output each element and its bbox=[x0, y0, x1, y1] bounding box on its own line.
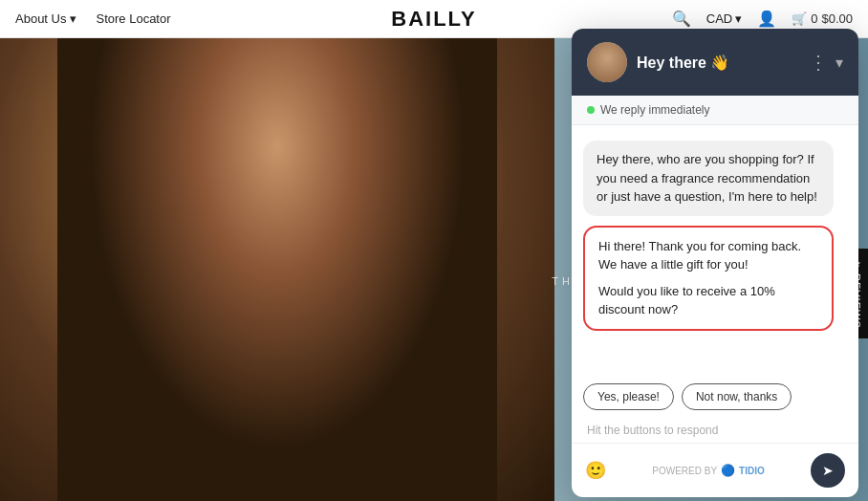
message-text-2: Hi there! Thank you for coming back. We … bbox=[598, 237, 818, 274]
chat-hit-text: Hit the buttons to respond bbox=[572, 418, 858, 443]
status-text: We reply immediately bbox=[600, 103, 709, 117]
yes-please-button[interactable]: Yes, please! bbox=[583, 383, 674, 410]
message-bubble-1: Hey there, who are you shopping for? If … bbox=[583, 141, 834, 216]
nav-left: About Us ▾ Store Locator bbox=[15, 11, 171, 26]
more-options-icon[interactable]: ⋮ bbox=[809, 53, 828, 72]
store-locator-link[interactable]: Store Locator bbox=[96, 11, 170, 26]
currency-label: CAD bbox=[706, 11, 732, 26]
send-icon: ➤ bbox=[822, 463, 834, 478]
send-button[interactable]: ➤ bbox=[811, 453, 845, 488]
message-bubble-highlighted: Hi there! Thank you for coming back. We … bbox=[583, 226, 834, 331]
about-us-label: About Us bbox=[15, 11, 66, 26]
cart-total: $0.00 bbox=[821, 11, 853, 26]
about-us-menu[interactable]: About Us ▾ bbox=[15, 11, 76, 26]
not-now-button[interactable]: Not now, thanks bbox=[682, 383, 792, 410]
cart-count: 0 bbox=[811, 11, 817, 26]
powered-by: POWERED BY 🔵 TIDIO bbox=[652, 464, 764, 477]
chevron-down-icon: ▾ bbox=[735, 11, 742, 26]
message-text-3: Would you like to receive a 10% discount… bbox=[598, 282, 818, 319]
chat-header: Hey there 👋 ⋮ ▾ bbox=[572, 29, 858, 96]
chat-status-bar: We reply immediately bbox=[572, 96, 858, 125]
chat-header-text: Hey there 👋 bbox=[637, 54, 799, 72]
chat-header-actions: ⋮ ▾ bbox=[809, 53, 843, 72]
tidio-logo: TIDIO bbox=[739, 466, 765, 476]
chat-quick-actions: Yes, please! Not now, thanks bbox=[572, 383, 858, 418]
account-icon[interactable]: 👤 bbox=[757, 10, 776, 28]
hero-woman-image bbox=[0, 38, 554, 501]
chat-footer: 🙂 POWERED BY 🔵 TIDIO ➤ bbox=[572, 443, 858, 497]
chevron-down-icon: ▾ bbox=[70, 11, 76, 26]
currency-selector[interactable]: CAD ▾ bbox=[706, 11, 742, 26]
chat-messages: Hey there, who are you shopping for? If … bbox=[572, 125, 858, 383]
cart-button[interactable]: 🛒 0 $0.00 bbox=[792, 11, 853, 26]
emoji-button[interactable]: 🙂 bbox=[585, 460, 606, 481]
avatar-image bbox=[587, 42, 627, 82]
cart-icon: 🛒 bbox=[792, 11, 807, 26]
woman-photo bbox=[0, 38, 554, 501]
chat-title: Hey there 👋 bbox=[637, 54, 799, 72]
chat-avatar bbox=[587, 42, 627, 82]
minimize-icon[interactable]: ▾ bbox=[835, 54, 843, 72]
chat-widget: Hey there 👋 ⋮ ▾ We reply immediately Hey… bbox=[572, 29, 858, 497]
online-status-dot bbox=[587, 106, 595, 114]
nav-right: 🔍 CAD ▾ 👤 🛒 0 $0.00 bbox=[672, 10, 853, 28]
search-icon[interactable]: 🔍 bbox=[672, 10, 691, 28]
powered-by-text: POWERED BY bbox=[652, 466, 717, 476]
site-logo: BAILLY bbox=[391, 7, 476, 32]
